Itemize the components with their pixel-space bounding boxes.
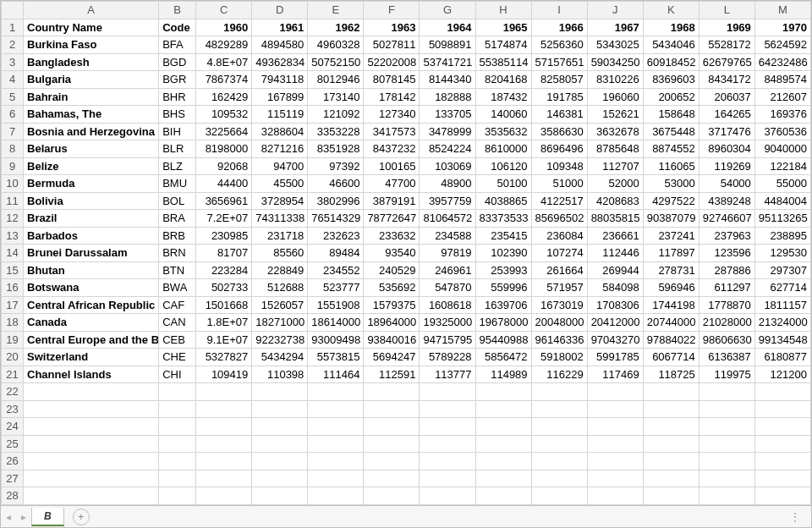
cell[interactable]: 8258057 — [531, 71, 587, 89]
cell[interactable]: 5434294 — [252, 349, 308, 366]
cell[interactable]: 278731 — [643, 261, 699, 279]
cell[interactable]: 3288604 — [252, 123, 308, 140]
row-header[interactable]: 19 — [2, 331, 24, 349]
cell[interactable]: 8204168 — [475, 71, 531, 89]
row-header[interactable]: 4 — [2, 71, 24, 89]
tab-nav-prev-icon[interactable]: ◂ — [1, 511, 16, 523]
cell[interactable] — [587, 453, 643, 470]
cell[interactable]: 93840016 — [364, 331, 420, 349]
cell[interactable] — [24, 435, 159, 453]
cell[interactable]: 611297 — [699, 279, 754, 297]
cell[interactable] — [531, 435, 587, 453]
cell[interactable]: BLZ — [159, 157, 196, 175]
cell[interactable] — [475, 487, 531, 505]
cell[interactable]: BGD — [159, 53, 196, 71]
cell[interactable]: 4.8E+07 — [196, 53, 252, 71]
cell[interactable]: 20744000 — [643, 314, 699, 332]
cell[interactable] — [531, 453, 587, 470]
cell[interactable] — [308, 383, 364, 401]
col-header-D[interactable]: D — [252, 2, 308, 19]
row-header[interactable]: 26 — [2, 453, 24, 470]
cell[interactable]: 5434046 — [643, 36, 699, 54]
cell[interactable]: 234552 — [308, 261, 364, 279]
cell[interactable]: 4894580 — [252, 36, 308, 54]
cell[interactable] — [364, 504, 420, 505]
cell[interactable]: 123596 — [699, 245, 754, 262]
cell[interactable]: BLR — [159, 140, 196, 158]
cell[interactable]: 8078145 — [364, 71, 420, 89]
cell[interactable]: 1526057 — [252, 296, 308, 314]
row-header[interactable]: 12 — [2, 210, 24, 228]
cell[interactable] — [364, 418, 420, 436]
cell[interactable] — [754, 470, 810, 487]
cell[interactable] — [364, 453, 420, 470]
cell[interactable] — [364, 470, 420, 487]
cell[interactable]: 19678000 — [475, 314, 531, 332]
cell[interactable]: Bosnia and Herzegovina — [24, 123, 159, 140]
cell[interactable]: 92746607 — [699, 210, 754, 228]
cell[interactable]: 8351928 — [308, 140, 364, 158]
cell[interactable]: 94715795 — [420, 331, 475, 349]
cell[interactable]: 512688 — [252, 279, 308, 297]
cell[interactable] — [159, 504, 196, 505]
cell[interactable]: 119269 — [699, 157, 754, 175]
cell[interactable]: 178142 — [364, 88, 420, 106]
col-header-E[interactable]: E — [308, 2, 364, 19]
cell[interactable]: 234588 — [420, 227, 475, 245]
cell[interactable]: 51000 — [531, 175, 587, 193]
cell[interactable]: Botswana — [24, 279, 159, 297]
cell[interactable] — [252, 400, 308, 418]
row-header[interactable]: 6 — [2, 106, 24, 124]
cell[interactable]: 62679765 — [699, 53, 754, 71]
cell[interactable] — [24, 400, 159, 418]
col-header-J[interactable]: J — [587, 2, 643, 19]
cell[interactable] — [531, 418, 587, 436]
cell[interactable] — [531, 504, 587, 505]
cell[interactable]: 93540 — [364, 245, 420, 262]
cell[interactable]: 233632 — [364, 227, 420, 245]
cell[interactable] — [754, 400, 810, 418]
cell[interactable] — [531, 487, 587, 505]
cell[interactable]: 103069 — [420, 157, 475, 175]
cell[interactable] — [699, 487, 754, 505]
cell[interactable]: BHR — [159, 88, 196, 106]
cell[interactable] — [475, 470, 531, 487]
cell[interactable]: 44400 — [196, 175, 252, 193]
cell[interactable]: 8874552 — [643, 140, 699, 158]
cell[interactable]: 109348 — [531, 157, 587, 175]
cell[interactable]: 74311338 — [252, 210, 308, 228]
cell[interactable]: 3656961 — [196, 192, 252, 210]
cell[interactable]: 118725 — [643, 366, 699, 383]
cell[interactable]: 238895 — [754, 227, 810, 245]
cell[interactable]: 191785 — [531, 88, 587, 106]
cell[interactable] — [196, 470, 252, 487]
cell[interactable] — [531, 400, 587, 418]
cell[interactable]: 502733 — [196, 279, 252, 297]
cell[interactable]: 3632678 — [587, 123, 643, 140]
cell[interactable]: 547870 — [420, 279, 475, 297]
cell[interactable] — [252, 453, 308, 470]
cell[interactable]: 7867374 — [196, 71, 252, 89]
cell[interactable]: 200652 — [643, 88, 699, 106]
cell[interactable]: BRA — [159, 210, 196, 228]
cell[interactable]: Bermuda — [24, 175, 159, 193]
cell[interactable]: BRB — [159, 227, 196, 245]
cell[interactable]: 52202008 — [364, 53, 420, 71]
cell[interactable]: 167899 — [252, 88, 308, 106]
cell[interactable] — [159, 435, 196, 453]
cell[interactable]: 100165 — [364, 157, 420, 175]
cell[interactable]: 253993 — [475, 261, 531, 279]
cell[interactable]: 5991785 — [587, 349, 643, 366]
cell[interactable] — [643, 383, 699, 401]
cell[interactable]: 237241 — [643, 227, 699, 245]
row-header[interactable]: 15 — [2, 261, 24, 279]
cell[interactable] — [754, 504, 810, 505]
cell[interactable]: 112446 — [587, 245, 643, 262]
cell[interactable]: 1967 — [587, 19, 643, 36]
cell[interactable] — [364, 487, 420, 505]
cell[interactable]: 92232738 — [252, 331, 308, 349]
cell[interactable]: 3879191 — [364, 192, 420, 210]
cell[interactable] — [420, 383, 475, 401]
cell[interactable] — [643, 453, 699, 470]
cell[interactable] — [420, 400, 475, 418]
